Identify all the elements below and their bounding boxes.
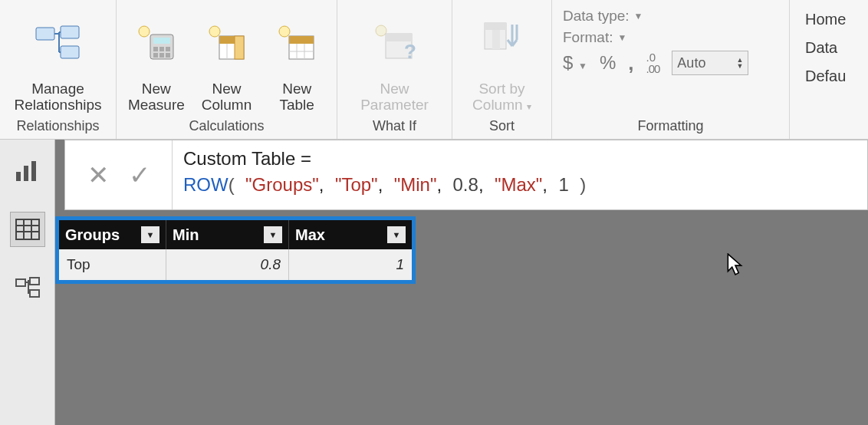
- formula-num-08: 0.8: [453, 174, 478, 195]
- svg-point-12: [209, 26, 220, 37]
- svg-rect-19: [289, 36, 314, 44]
- new-column-icon: [205, 6, 248, 80]
- svg-point-23: [376, 25, 386, 36]
- formula-bar: ✕ ✓ Custom Table = ROW( "Groups", "Top",…: [64, 140, 868, 210]
- column-header-max[interactable]: Max ▼: [289, 220, 412, 249]
- table-row[interactable]: Top 0.8 1: [59, 249, 412, 280]
- group-title-calculations: Calculations: [121, 117, 332, 137]
- thousands-button[interactable]: ,: [628, 51, 633, 75]
- ribbon: Manage Relationships Relationships: [0, 0, 868, 140]
- svg-rect-40: [30, 290, 39, 297]
- decimal-auto-value: Auto: [677, 55, 705, 71]
- svg-text:?: ?: [404, 40, 416, 63]
- new-parameter-icon: ?: [372, 6, 418, 80]
- column-filter-icon[interactable]: ▼: [264, 226, 282, 243]
- formula-comma: ,: [378, 174, 383, 195]
- new-column-button[interactable]: New Column: [192, 3, 262, 114]
- column-header-groups[interactable]: Groups ▼: [59, 220, 166, 249]
- currency-button[interactable]: $ ▼: [563, 52, 587, 74]
- data-type-label: Data type:: [563, 8, 630, 25]
- column-header-label: Groups: [65, 226, 120, 244]
- ribbon-group-calculations: New Measure New Column: [117, 0, 337, 139]
- data-view-button[interactable]: [10, 212, 45, 247]
- new-parameter-button[interactable]: ? New Parameter: [342, 3, 447, 114]
- new-table-icon: [275, 6, 318, 80]
- formula-input[interactable]: Custom Table = ROW( "Groups", "Top", "Mi…: [173, 140, 867, 209]
- svg-rect-32: [31, 161, 36, 181]
- svg-rect-31: [24, 166, 28, 181]
- column-filter-icon[interactable]: ▼: [141, 226, 159, 243]
- group-title-whatif: What If: [342, 117, 447, 137]
- formula-comma: ,: [478, 174, 484, 195]
- column-header-label: Min: [173, 226, 199, 244]
- manage-relationships-label: Manage Relationships: [14, 81, 101, 114]
- column-header-label: Max: [295, 226, 325, 244]
- svg-rect-6: [153, 47, 158, 51]
- svg-rect-28: [485, 23, 506, 30]
- formula-comma: ,: [436, 174, 442, 195]
- column-filter-icon[interactable]: ▼: [387, 226, 406, 243]
- chevron-down-icon: ▼: [634, 11, 643, 21]
- cell-groups[interactable]: Top: [59, 249, 166, 280]
- group-title-relationships: Relationships: [5, 117, 111, 137]
- cell-max[interactable]: 1: [289, 249, 412, 280]
- default-summarization-label: Defau: [805, 68, 863, 85]
- new-parameter-label: New Parameter: [360, 81, 429, 114]
- decimal-auto-spinner[interactable]: Auto ▲▼: [672, 51, 748, 75]
- cancel-formula-button[interactable]: ✕: [87, 160, 109, 190]
- new-table-label: New Table: [279, 81, 314, 114]
- sort-by-column-button[interactable]: Sort by Column ▾: [457, 3, 547, 114]
- formula-str-min: "Min": [394, 174, 437, 195]
- formula-comma: ,: [542, 174, 547, 195]
- svg-rect-10: [159, 53, 164, 58]
- workspace: ✕ ✓ Custom Table = ROW( "Groups", "Top",…: [0, 140, 868, 425]
- svg-rect-11: [166, 53, 170, 58]
- report-view-button[interactable]: [10, 153, 45, 189]
- formula-str-max: "Max": [495, 174, 542, 195]
- ribbon-group-whatif: ? New Parameter What If: [337, 0, 452, 139]
- svg-point-17: [279, 26, 290, 37]
- formula-rparen: ): [580, 174, 586, 195]
- svg-rect-15: [235, 36, 244, 59]
- cell-min[interactable]: 0.8: [166, 249, 289, 280]
- data-category-label: Data: [805, 39, 863, 57]
- ribbon-group-formatting: Data type: ▼ Format: ▼ $ ▼ % , .0.00 Aut…: [552, 0, 790, 139]
- svg-rect-38: [16, 279, 25, 286]
- new-measure-label: New Measure: [128, 81, 185, 114]
- svg-rect-5: [153, 38, 170, 44]
- commit-formula-button[interactable]: ✓: [129, 160, 150, 190]
- new-measure-button[interactable]: New Measure: [121, 3, 192, 114]
- group-title-formatting: Formatting: [557, 117, 784, 137]
- column-header-min[interactable]: Min ▼: [166, 220, 289, 249]
- sort-label-text: Sort by Column: [472, 81, 524, 113]
- new-measure-icon: [135, 6, 178, 80]
- data-type-dropdown[interactable]: Data type: ▼: [563, 8, 778, 25]
- svg-rect-39: [30, 278, 39, 285]
- format-dropdown[interactable]: Format: ▼: [563, 29, 778, 46]
- formula-num-1: 1: [558, 174, 568, 195]
- new-table-button[interactable]: New Table: [261, 3, 332, 114]
- mouse-cursor-icon: [727, 253, 744, 276]
- currency-symbol: $: [563, 52, 573, 73]
- model-view-button[interactable]: [10, 270, 45, 305]
- svg-rect-7: [159, 47, 164, 51]
- ribbon-right-list: Home Data Defau: [790, 0, 868, 139]
- percent-button[interactable]: %: [600, 52, 616, 74]
- svg-point-3: [139, 26, 150, 37]
- formula-comma: ,: [319, 174, 324, 195]
- manage-relationships-button[interactable]: Manage Relationships: [5, 3, 111, 114]
- ribbon-group-sort: Sort by Column ▾ Sort: [452, 0, 552, 139]
- formula-line1: Custom Table =: [183, 148, 311, 169]
- table-header-row: Groups ▼ Min ▼ Max ▼: [59, 220, 412, 249]
- formula-token-row: ROW: [183, 174, 229, 195]
- spinner-arrows-icon: ▲▼: [736, 57, 743, 69]
- svg-rect-2: [61, 46, 79, 58]
- chevron-down-icon: ▼: [578, 61, 587, 71]
- home-table-label: Home: [805, 11, 863, 28]
- group-title-sort: Sort: [457, 117, 547, 137]
- formula-str-top: "Top": [335, 174, 378, 195]
- svg-rect-33: [16, 219, 39, 239]
- svg-rect-1: [61, 26, 79, 38]
- decimal-places-icon: .0.00: [646, 51, 660, 74]
- svg-rect-0: [36, 28, 54, 40]
